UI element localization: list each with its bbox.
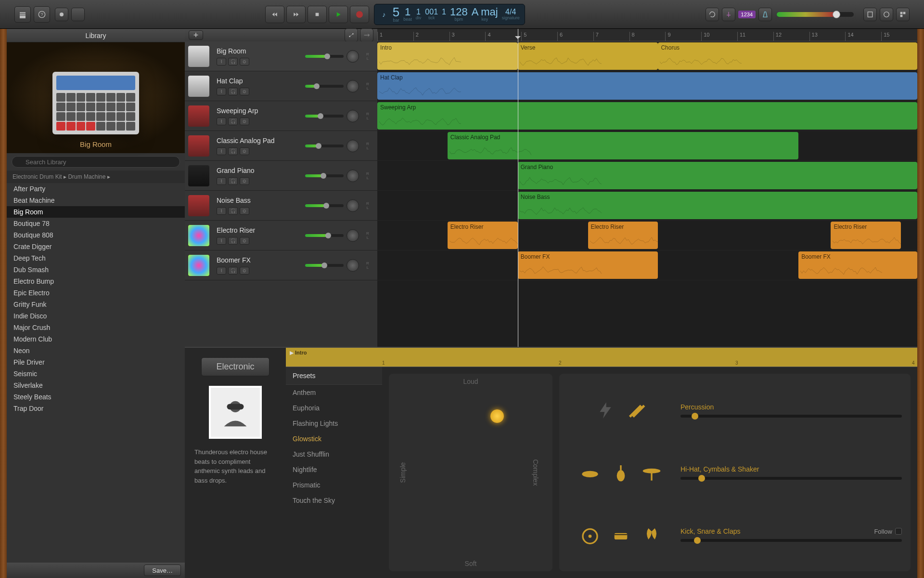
mute-button[interactable]: ⌇ xyxy=(217,88,226,95)
drum-slider[interactable] xyxy=(680,415,902,418)
volume-slider[interactable] xyxy=(305,144,344,147)
drum-slider[interactable] xyxy=(680,477,902,480)
pan-knob[interactable] xyxy=(346,199,359,212)
track-header[interactable]: Grand Piano ⌇ 🎧 ⊙ RL xyxy=(185,161,377,191)
pan-knob[interactable] xyxy=(346,50,359,63)
add-track-button[interactable]: + xyxy=(189,30,203,40)
lock-button[interactable]: ⊙ xyxy=(240,88,249,95)
preset-item[interactable]: Glowstick xyxy=(286,431,382,447)
follow-toggle[interactable]: Follow xyxy=(874,528,902,535)
drum-slider[interactable] xyxy=(680,539,902,542)
smart-controls-button[interactable] xyxy=(55,8,68,21)
tambourine-icon[interactable] xyxy=(579,461,601,484)
solo-button[interactable]: 🎧 xyxy=(228,237,238,245)
preset-item[interactable]: Just Shufflin xyxy=(286,447,382,462)
search-input[interactable] xyxy=(12,156,180,168)
solo-button[interactable]: 🎧 xyxy=(228,147,238,155)
library-item[interactable]: Crate Digger xyxy=(7,241,185,252)
bolt-icon[interactable] xyxy=(594,399,616,421)
region[interactable]: Noise Bass xyxy=(518,192,917,219)
library-item[interactable]: Neon xyxy=(7,345,185,356)
region[interactable]: Verse xyxy=(518,42,658,70)
pan-knob[interactable] xyxy=(346,140,359,152)
save-button[interactable]: Save… xyxy=(144,565,181,576)
lcd-display[interactable]: ♪ 5bar 1beat 1div 001tick 1 128bpm A maj… xyxy=(374,4,525,25)
library-item[interactable]: Electro Bump xyxy=(7,276,185,287)
preset-item[interactable]: Euphoria xyxy=(286,400,382,416)
editors-button[interactable] xyxy=(71,8,85,21)
library-item[interactable]: Indie Disco xyxy=(7,310,185,322)
breadcrumb[interactable]: Electronic Drum Kit ▸ Drum Machine ▸ xyxy=(7,171,185,183)
pan-knob[interactable] xyxy=(346,170,359,182)
region[interactable]: Hat Clap xyxy=(377,72,917,100)
help-button[interactable]: ? xyxy=(34,6,50,23)
editor-category[interactable]: Electronic xyxy=(201,357,269,376)
pan-knob[interactable] xyxy=(346,80,359,92)
editor-region-bar[interactable]: ▶ Intro xyxy=(286,348,382,367)
preset-item[interactable]: Nightlife xyxy=(286,462,382,477)
mute-button[interactable]: ⌇ xyxy=(217,237,226,245)
library-item[interactable]: Beat Machine xyxy=(7,195,185,206)
solo-button[interactable]: 🎧 xyxy=(228,118,238,125)
lock-button[interactable]: ⊙ xyxy=(240,118,249,125)
library-item[interactable]: Deep Tech xyxy=(7,252,185,264)
library-item[interactable]: Major Crush xyxy=(7,322,185,333)
mute-button[interactable]: ⌇ xyxy=(217,267,226,275)
track-header[interactable]: Classic Analog Pad ⌇ 🎧 ⊙ RL xyxy=(185,131,377,161)
volume-slider[interactable] xyxy=(305,55,344,58)
count-in-badge[interactable]: 1234 xyxy=(738,11,756,18)
solo-button[interactable]: 🎧 xyxy=(228,267,238,275)
region[interactable]: Electro Riser xyxy=(448,222,518,249)
loop-browser-button[interactable] xyxy=(880,8,893,21)
notepad-button[interactable] xyxy=(863,8,877,21)
catch-button[interactable] xyxy=(360,28,373,42)
library-item[interactable]: Pile Driver xyxy=(7,356,185,368)
volume-slider[interactable] xyxy=(305,234,344,237)
shaker-icon[interactable] xyxy=(610,461,632,484)
library-item[interactable]: Modern Club xyxy=(7,333,185,345)
clap-icon[interactable] xyxy=(641,524,663,546)
lock-button[interactable]: ⊙ xyxy=(240,267,249,275)
stop-button[interactable] xyxy=(308,6,327,23)
volume-slider[interactable] xyxy=(305,85,344,88)
rewind-button[interactable] xyxy=(265,6,284,23)
master-volume[interactable] xyxy=(777,12,859,17)
pan-knob[interactable] xyxy=(346,229,359,242)
library-item[interactable]: Boutique 78 xyxy=(7,218,185,229)
region[interactable]: Boomer FX xyxy=(798,251,917,279)
lock-button[interactable]: ⊙ xyxy=(240,147,249,155)
library-item[interactable]: After Party xyxy=(7,183,185,195)
volume-slider[interactable] xyxy=(305,204,344,207)
volume-slider[interactable] xyxy=(305,174,344,177)
preset-item[interactable]: Prismatic xyxy=(286,477,382,493)
volume-slider[interactable] xyxy=(305,264,344,267)
preset-item[interactable]: Flashing Lights xyxy=(286,416,382,431)
record-button[interactable] xyxy=(350,6,369,23)
ruler[interactable]: 1234567891011121314151 xyxy=(377,29,917,41)
mute-button[interactable]: ⌇ xyxy=(217,207,226,215)
xy-pad[interactable]: Loud Soft Simple Complex xyxy=(389,374,552,571)
volume-slider[interactable] xyxy=(305,115,344,118)
play-icon[interactable]: ▶ xyxy=(290,350,294,355)
region[interactable]: Grand Piano xyxy=(518,162,917,189)
region[interactable]: Electro Riser xyxy=(831,222,901,249)
library-toggle-button[interactable] xyxy=(14,6,31,23)
library-item[interactable]: Dub Smash xyxy=(7,264,185,276)
lock-button[interactable]: ⊙ xyxy=(240,237,249,245)
mute-button[interactable]: ⌇ xyxy=(217,118,226,125)
library-item[interactable]: Seismic xyxy=(7,368,185,380)
solo-button[interactable]: 🎧 xyxy=(228,88,238,95)
region[interactable]: Classic Analog Pad xyxy=(448,132,798,159)
track-header[interactable]: Electro Riser ⌇ 🎧 ⊙ RL xyxy=(185,221,377,250)
solo-button[interactable]: 🎧 xyxy=(228,177,238,185)
library-item[interactable]: Epic Electro xyxy=(7,287,185,299)
metronome-button[interactable] xyxy=(758,8,772,21)
cycle-button[interactable] xyxy=(706,8,719,21)
timeline[interactable]: 1234567891011121314151 IntroVerseChorusH… xyxy=(377,29,917,347)
xy-puck[interactable] xyxy=(490,409,504,423)
track-header[interactable]: Noise Bass ⌇ 🎧 ⊙ RL xyxy=(185,191,377,221)
preset-item[interactable]: Anthem xyxy=(286,385,382,400)
mute-button[interactable]: ⌇ xyxy=(217,147,226,155)
preset-item[interactable]: Touch the Sky xyxy=(286,493,382,508)
library-item[interactable]: Big Room xyxy=(7,206,185,218)
